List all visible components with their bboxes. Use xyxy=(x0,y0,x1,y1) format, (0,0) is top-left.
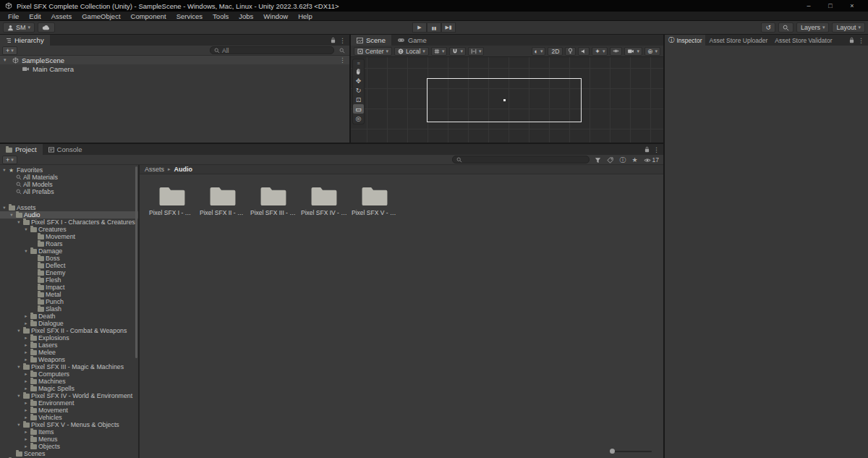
menu-item[interactable]: File xyxy=(3,12,24,20)
menu-item[interactable]: Jobs xyxy=(234,12,258,20)
foldout-arrow[interactable] xyxy=(16,219,22,225)
favorites-root[interactable]: ★ Favorites xyxy=(0,166,138,174)
foldout-arrow[interactable] xyxy=(1,205,7,211)
info-icon[interactable]: ⓘ xyxy=(619,156,626,165)
minimize-button[interactable]: – xyxy=(798,2,820,9)
tool-pivot-dropdown[interactable]: Center ▾ xyxy=(354,47,392,56)
tool-space-dropdown[interactable]: Local ▾ xyxy=(394,47,429,56)
foldout-arrow[interactable] xyxy=(23,357,29,362)
hierarchy-search-field[interactable]: All xyxy=(210,46,334,54)
asset-folder[interactable]: Pixel SFX IV - Wor... xyxy=(300,185,348,216)
foldout-arrow[interactable] xyxy=(23,321,29,326)
asset-folder[interactable]: Pixel SFX II - Com... xyxy=(199,185,247,216)
cloud-services-button[interactable] xyxy=(38,22,55,33)
foldout-arrow[interactable] xyxy=(23,335,29,341)
grid-snapping-dropdown[interactable]: ▾ xyxy=(431,47,448,56)
tree-item[interactable]: Death xyxy=(0,313,138,320)
tree-item[interactable]: Dialogue xyxy=(0,320,138,327)
menu-item[interactable]: Window xyxy=(258,12,293,20)
foldout-arrow[interactable] xyxy=(23,349,29,355)
tree-item[interactable]: Computers xyxy=(0,370,138,378)
rect-tool-button[interactable]: ▭ xyxy=(353,104,364,114)
tree-item[interactable]: Creatures xyxy=(0,226,138,233)
foldout-arrow[interactable] xyxy=(23,378,29,384)
snap-increment-dropdown[interactable]: ▾ xyxy=(468,47,485,56)
scene-audio-toggle[interactable] xyxy=(578,47,590,56)
menu-item[interactable]: Tools xyxy=(208,12,234,20)
hierarchy-item-main-camera[interactable]: Main Camera xyxy=(0,64,349,73)
layers-dropdown[interactable]: Layers ▾ xyxy=(796,22,830,33)
tree-item[interactable]: Assets xyxy=(0,204,138,211)
create-asset-button[interactable]: + ▾ xyxy=(2,156,17,164)
tree-item[interactable]: Pixel SFX I - Characters & Creatures xyxy=(0,219,138,226)
play-button[interactable]: ▶ xyxy=(412,22,427,33)
search-by-label-icon[interactable] xyxy=(607,157,613,164)
lock-icon[interactable] xyxy=(849,37,854,43)
breadcrumb-current[interactable]: Audio xyxy=(174,166,193,173)
project-search-field[interactable] xyxy=(452,156,590,164)
foldout-arrow[interactable] xyxy=(23,429,29,435)
scene-options-button[interactable]: ⋮ xyxy=(339,56,346,64)
search-button[interactable] xyxy=(778,22,793,33)
gizmos-dropdown[interactable]: ⊕ ▾ xyxy=(644,47,660,56)
tree-item[interactable]: Flesh xyxy=(0,276,138,284)
tree-item[interactable]: Machines xyxy=(0,378,138,385)
menu-item[interactable]: Assets xyxy=(46,12,77,20)
view-tool-button[interactable] xyxy=(353,67,364,76)
tab-asset-store-validator[interactable]: Asset Store Validator xyxy=(771,35,835,46)
foldout-arrow[interactable] xyxy=(9,212,14,218)
create-object-button[interactable]: + ▾ xyxy=(2,46,17,55)
menu-item[interactable]: Edit xyxy=(24,12,46,20)
tree-item[interactable]: Pixel SFX III - Magic & Machines xyxy=(0,363,138,370)
lock-icon[interactable] xyxy=(644,146,650,153)
tree-item[interactable]: Deflect xyxy=(0,262,138,269)
tree-scrollbar[interactable] xyxy=(135,165,138,458)
breadcrumb-root[interactable]: Assets xyxy=(145,166,164,173)
tree-item[interactable]: Slash xyxy=(0,305,138,313)
tree-item[interactable]: Scenes xyxy=(0,450,138,457)
menu-item[interactable]: Help xyxy=(293,12,318,20)
hidden-objects-toggle[interactable] xyxy=(610,47,622,56)
pause-button[interactable]: ▮▮ xyxy=(427,22,441,33)
tree-item[interactable]: Roars xyxy=(0,240,138,247)
hidden-packages-toggle[interactable]: 17 xyxy=(644,156,659,164)
foldout-arrow[interactable] xyxy=(23,407,29,413)
2d-toggle-button[interactable]: 2D xyxy=(548,47,563,56)
foldout-arrow[interactable] xyxy=(23,226,29,232)
foldout-arrow[interactable] xyxy=(23,444,29,449)
search-preset-icon[interactable] xyxy=(337,48,347,54)
tree-item[interactable]: Weapons xyxy=(0,356,138,363)
foldout-arrow[interactable] xyxy=(16,393,22,399)
tree-item[interactable]: Boss xyxy=(0,255,138,262)
tree-item[interactable]: Magic Spells xyxy=(0,385,138,392)
menu-item[interactable]: GameObject xyxy=(77,12,125,20)
asset-folder[interactable]: Pixel SFX V - Men... xyxy=(351,185,399,216)
tab-console[interactable]: Console xyxy=(43,144,88,155)
foldout-arrow[interactable] xyxy=(23,415,29,420)
lock-icon[interactable] xyxy=(331,37,336,43)
scene-lighting-toggle[interactable] xyxy=(565,47,576,56)
menu-item[interactable]: Services xyxy=(171,12,208,20)
favorites-item[interactable]: All Prefabs xyxy=(0,188,138,195)
foldout-arrow[interactable] xyxy=(23,436,29,442)
tree-item[interactable]: Explosions xyxy=(0,334,138,342)
tab-game[interactable]: Game xyxy=(391,35,433,46)
tree-item[interactable]: Movement xyxy=(0,233,138,240)
favorites-item[interactable]: All Materials xyxy=(0,174,138,181)
tab-hierarchy[interactable]: Hierarchy xyxy=(0,35,50,46)
scale-tool-button[interactable]: ⊡ xyxy=(353,95,364,104)
tree-item[interactable]: Items xyxy=(0,428,138,436)
scrollbar-thumb[interactable] xyxy=(135,166,137,358)
asset-folder[interactable]: Pixel SFX I - Char... xyxy=(148,185,196,216)
slider-thumb[interactable] xyxy=(610,449,615,454)
tree-item[interactable]: Impact xyxy=(0,284,138,291)
snap-toggle-dropdown[interactable]: ▾ xyxy=(449,47,466,56)
close-button[interactable]: × xyxy=(841,2,863,9)
rotate-tool-button[interactable]: ↻ xyxy=(353,85,364,95)
tree-item[interactable]: Menus xyxy=(0,436,138,443)
tree-item[interactable]: Objects xyxy=(0,443,138,450)
foldout-arrow[interactable] xyxy=(23,386,29,391)
tree-item[interactable]: Lasers xyxy=(0,342,138,349)
panel-menu-button[interactable]: ⋮ xyxy=(653,146,660,153)
menu-item[interactable]: Component xyxy=(126,12,171,20)
